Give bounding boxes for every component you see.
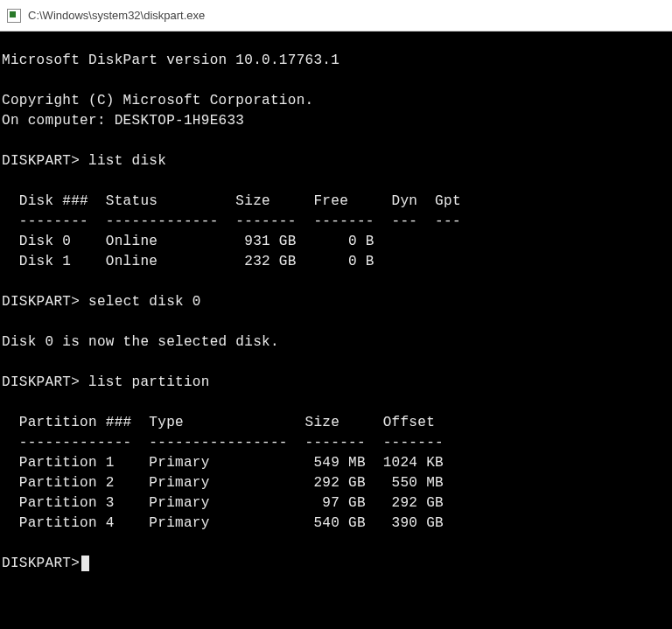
list-partition-row: Partition 2 Primary 292 GB 550 MB (2, 475, 444, 491)
prompt: DISKPART> (2, 374, 80, 390)
list-partition-divider: ------------- ---------------- ------- -… (2, 435, 444, 451)
diskpart-version: Microsoft DiskPart version 10.0.17763.1 (2, 52, 340, 68)
copyright-line: Copyright (C) Microsoft Corporation. (2, 93, 313, 108)
list-disk-divider: -------- ------------- ------- ------- -… (2, 213, 461, 229)
list-partition-row: Partition 3 Primary 97 GB 292 GB (2, 495, 444, 511)
list-disk-row: Disk 1 Online 232 GB 0 B (2, 254, 374, 269)
cursor (81, 556, 89, 571)
prompt: DISKPART> (2, 294, 80, 310)
prompt: DISKPART> (2, 153, 80, 169)
prompt: DISKPART> (2, 556, 80, 571)
list-partition-header: Partition ### Type Size Offset (2, 415, 435, 430)
list-partition-row: Partition 4 Primary 540 GB 390 GB (2, 515, 444, 531)
command-select-disk: select disk 0 (88, 294, 201, 310)
titlebar[interactable]: C:\Windows\system32\diskpart.exe (0, 0, 672, 31)
list-disk-header: Disk ### Status Size Free Dyn Gpt (2, 193, 461, 209)
list-disk-row: Disk 0 Online 931 GB 0 B (2, 234, 374, 249)
computer-line: On computer: DESKTOP-1H9E633 (2, 113, 244, 129)
window-title: C:\Windows\system32\diskpart.exe (28, 9, 205, 22)
list-partition-row: Partition 1 Primary 549 MB 1024 KB (2, 455, 444, 471)
command-list-partition: list partition (88, 374, 210, 390)
app-icon (7, 9, 21, 23)
terminal-output[interactable]: Microsoft DiskPart version 10.0.17763.1 … (0, 31, 672, 629)
select-disk-response: Disk 0 is now the selected disk. (2, 334, 279, 350)
command-list-disk: list disk (88, 153, 166, 169)
